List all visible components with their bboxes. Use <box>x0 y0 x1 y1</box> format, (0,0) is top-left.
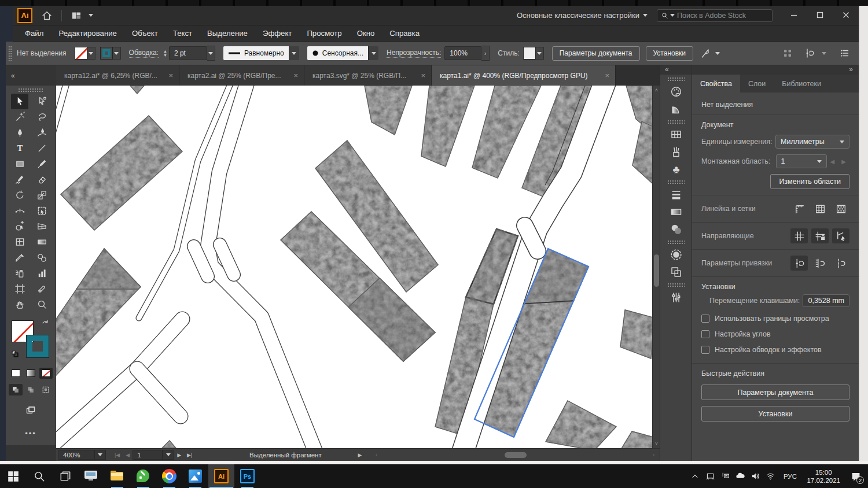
tray-input-indicator-icon[interactable] <box>718 464 733 488</box>
artboard-tool[interactable] <box>11 281 28 297</box>
menu-Справка[interactable]: Справка <box>382 25 427 42</box>
artboard-dropdown[interactable]: 1 <box>776 154 827 168</box>
workspace-switcher[interactable]: Основные классические настройки <box>510 11 654 20</box>
tab-close-icon[interactable]: × <box>421 71 425 80</box>
checkbox-row[interactable]: Настройка обводок и эффектов <box>701 346 849 354</box>
checkbox[interactable] <box>701 346 709 354</box>
dock-group-grip[interactable] <box>667 120 685 124</box>
tray-chevron-up-icon[interactable] <box>687 464 703 488</box>
lasso-tool[interactable] <box>33 109 50 125</box>
show-guides-icon[interactable] <box>790 228 808 243</box>
stroke-indicator[interactable] <box>27 335 49 357</box>
arrange-documents-chevron-icon[interactable] <box>89 14 93 17</box>
canvas-horizontal-scrollbar[interactable] <box>382 451 648 459</box>
taskbar-explorer-icon[interactable] <box>104 464 130 488</box>
taskbar-illustrator-icon[interactable]: Ai <box>208 464 234 488</box>
tray-volume-icon[interactable] <box>748 464 763 488</box>
gradient-tool[interactable] <box>33 234 50 250</box>
none-button[interactable] <box>39 368 53 379</box>
checkbox[interactable] <box>701 330 709 338</box>
snap-point-icon[interactable] <box>790 256 808 271</box>
lock-guides-icon[interactable] <box>811 228 829 243</box>
menu-Эффект[interactable]: Эффект <box>255 25 299 42</box>
pixel-grid-icon[interactable] <box>832 201 849 216</box>
menu-Объект[interactable]: Объект <box>124 25 165 42</box>
stroke-weight-field[interactable]: 2 pt <box>169 46 207 60</box>
status-text[interactable]: Выделенный фрагмент <box>216 452 355 459</box>
prev-artboard-icon[interactable]: ◀ <box>123 452 133 458</box>
tab-close-icon[interactable]: × <box>293 71 298 80</box>
action-center-icon[interactable]: 2 <box>847 464 865 488</box>
quick-action-button[interactable]: Установки <box>701 406 849 422</box>
tray-cast-icon[interactable] <box>703 464 718 488</box>
horizontal-scroll-thumb[interactable] <box>505 452 527 458</box>
vertical-scroll-thumb[interactable] <box>654 254 659 287</box>
stroke-weight-stepper[interactable]: ▲▼ <box>163 46 167 60</box>
keyboard-increment-field[interactable]: 0,3528 mm <box>803 294 849 307</box>
draw-inside-mode-icon[interactable] <box>39 384 53 395</box>
curvature-tool[interactable] <box>33 125 50 141</box>
mesh-tool[interactable] <box>11 234 28 250</box>
stroke-panel-icon[interactable] <box>665 186 686 203</box>
document-tab[interactable]: карта2.ai @ 25% (RGB/Пре...× <box>179 65 304 86</box>
color-panel-icon[interactable] <box>665 83 686 100</box>
status-menu-icon[interactable]: ▶ <box>355 452 365 458</box>
menu-Выделение[interactable]: Выделение <box>200 25 255 42</box>
hscroll-right-icon[interactable]: › <box>650 452 657 458</box>
brush-definition-dropdown[interactable]: Сенсорная... <box>307 46 378 60</box>
selection-tool[interactable] <box>11 94 28 109</box>
pen-tool[interactable] <box>11 125 28 141</box>
opacity-expand-icon[interactable]: › <box>481 46 490 61</box>
dock-group-grip[interactable] <box>667 283 685 287</box>
color-guide-panel-icon[interactable] <box>665 100 686 117</box>
slice-tool[interactable] <box>33 281 50 297</box>
toolbar-collapse-icon[interactable]: « <box>6 65 56 86</box>
taskbar-notes-app-icon[interactable] <box>130 464 156 488</box>
brushes-panel-icon[interactable] <box>665 143 686 160</box>
magic-wand-tool[interactable] <box>11 109 28 125</box>
opacity-label[interactable]: Непрозрачность: <box>387 49 441 58</box>
language-indicator[interactable]: РУС <box>780 464 800 488</box>
first-artboard-icon[interactable]: |◀ <box>112 452 123 458</box>
swap-fill-stroke-icon[interactable] <box>41 319 50 328</box>
menu-Текст[interactable]: Текст <box>165 25 200 42</box>
taskbar-photos-icon[interactable] <box>182 464 208 488</box>
swatches-panel-icon[interactable] <box>665 125 686 143</box>
menu-Редактирование[interactable]: Редактирование <box>51 25 124 42</box>
panel-tab-Свойства[interactable]: Свойства <box>692 75 740 93</box>
width-tool[interactable] <box>11 203 28 219</box>
taskbar-monitor-app-icon[interactable] <box>78 464 104 488</box>
menu-Окно[interactable]: Окно <box>350 25 382 42</box>
grid-icon[interactable] <box>811 201 829 216</box>
controlbar-grip[interactable] <box>8 46 12 61</box>
close-button[interactable] <box>833 6 859 25</box>
taskbar-chrome-icon[interactable] <box>156 464 182 488</box>
document-tab[interactable]: карта3.svg* @ 25% (RGB/П...× <box>304 65 432 86</box>
fill-stroke-widget[interactable] <box>10 319 51 360</box>
tab-close-icon[interactable]: × <box>168 71 173 80</box>
draw-behind-mode-icon[interactable] <box>24 384 38 395</box>
fill-swatch[interactable] <box>75 47 95 60</box>
snap-to-chevron-icon[interactable] <box>822 52 826 55</box>
corner-ruler-icon[interactable] <box>790 201 808 216</box>
type-tool[interactable]: T <box>11 141 28 156</box>
document-tab[interactable]: карта1.ai* @ 400% (RGB/Предпросмотр GPU)… <box>432 65 616 86</box>
next-artboard-icon[interactable]: ▶ <box>174 452 184 458</box>
more-tools-icon[interactable]: ••• <box>25 429 36 438</box>
edit-artboards-button[interactable]: Изменить области <box>770 174 849 189</box>
menu-Файл[interactable]: Файл <box>17 25 51 42</box>
stroke-weight-label[interactable]: Обводка: <box>129 49 159 58</box>
snap-options-icon[interactable] <box>700 47 712 59</box>
gradient-button[interactable] <box>24 368 38 379</box>
rotate-tool[interactable] <box>11 187 28 203</box>
snap-segment-icon[interactable] <box>811 256 829 271</box>
panel-tab-Слои[interactable]: Слои <box>740 75 774 93</box>
line-segment-tool[interactable] <box>33 141 50 156</box>
units-dropdown[interactable]: Миллиметры <box>775 135 849 149</box>
menu-Просмотр[interactable]: Просмотр <box>299 25 349 42</box>
taskbar-task-view-icon[interactable] <box>52 464 78 488</box>
panel-expand-icon[interactable]: » <box>692 65 859 75</box>
dock-collapse-icon[interactable]: « <box>660 65 692 75</box>
document-setup-button[interactable]: Параметры документа <box>552 46 640 61</box>
dock-group-grip[interactable] <box>667 180 685 184</box>
